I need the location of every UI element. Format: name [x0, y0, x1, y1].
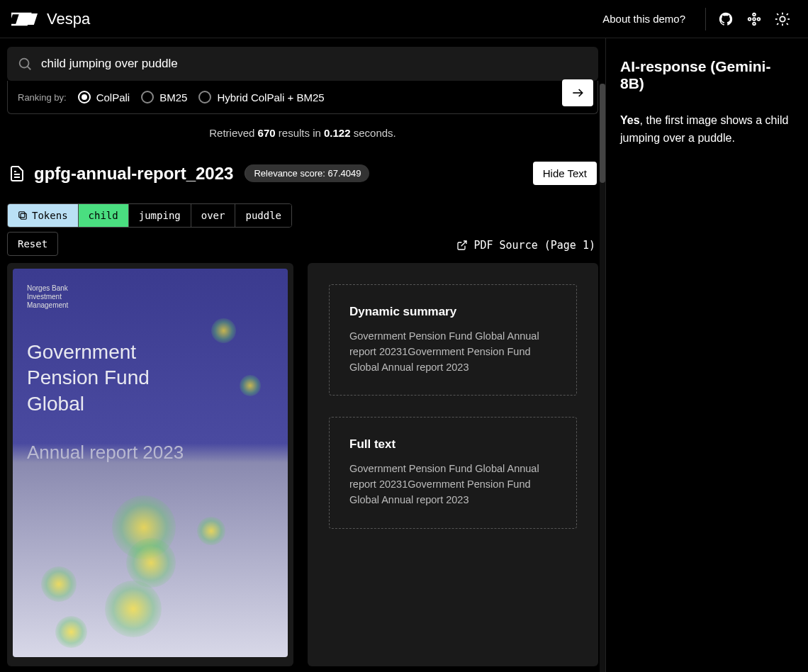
- document-icon: [9, 165, 26, 182]
- github-icon[interactable]: [712, 5, 740, 33]
- heatmap-title: Government Pension Fund Global: [27, 340, 150, 417]
- summary-body: Government Pension Fund Global Annual re…: [349, 329, 556, 375]
- arrow-right-icon: [571, 86, 585, 100]
- dynamic-summary-box: Dynamic summary Government Pension Fund …: [329, 284, 577, 396]
- topbar: Vespa About this demo?: [0, 0, 808, 38]
- heatmap-subtitle: Annual report 2023: [27, 442, 184, 464]
- svg-rect-3: [753, 13, 756, 16]
- radio-icon: [78, 91, 91, 103]
- svg-rect-1: [16, 13, 38, 25]
- svg-rect-6: [753, 18, 756, 21]
- image-card: Norges Bank Investment Management Govern…: [7, 263, 293, 666]
- svg-line-17: [28, 67, 31, 70]
- token-puddle[interactable]: puddle: [235, 204, 291, 227]
- fulltext-body: Government Pension Fund Global Annual re…: [349, 461, 556, 508]
- divider: [705, 8, 706, 30]
- svg-line-13: [787, 23, 788, 24]
- svg-line-14: [787, 13, 788, 15]
- svg-line-12: [777, 13, 778, 15]
- scrollbar[interactable]: [600, 84, 605, 672]
- heatmap-logo: Norges Bank Investment Management: [27, 284, 68, 310]
- search-box: [7, 47, 598, 81]
- radio-bm25[interactable]: BM25: [141, 91, 187, 103]
- theme-toggle-icon[interactable]: [768, 5, 797, 33]
- doc-title: gpfg-annual-report_2023: [34, 164, 233, 184]
- radio-hybrid[interactable]: Hybrid ColPali + BM25: [198, 91, 324, 103]
- search-input[interactable]: [41, 57, 588, 71]
- tokens-label-button[interactable]: Tokens: [8, 204, 79, 227]
- relevance-score: Relevance score: 67.4049: [245, 164, 369, 182]
- radio-colpali[interactable]: ColPali: [78, 91, 130, 103]
- fulltext-box: Full text Government Pension Fund Global…: [329, 417, 577, 528]
- results-info: Retrieved 670 results in 0.122 seconds.: [0, 114, 605, 152]
- fulltext-title: Full text: [349, 437, 556, 452]
- ranking-label: Ranking by:: [18, 92, 67, 103]
- ai-response-panel: AI-response (Gemini-8B) Yes, the first i…: [605, 38, 808, 672]
- about-link[interactable]: About this demo?: [588, 13, 700, 25]
- ai-title: AI-response (Gemini-8B): [620, 58, 794, 92]
- search-area: Ranking by: ColPali BM25 Hybrid ColPali …: [0, 38, 605, 114]
- scrollbar-thumb[interactable]: [600, 84, 605, 183]
- token-child[interactable]: child: [79, 204, 129, 227]
- search-icon: [17, 56, 33, 72]
- token-jumping[interactable]: jumping: [129, 204, 191, 227]
- ai-body: Yes, the first image shows a child jumpi…: [620, 112, 794, 147]
- radio-icon: [198, 91, 211, 103]
- radio-icon: [141, 91, 154, 103]
- heatmap-image[interactable]: Norges Bank Investment Management Govern…: [13, 269, 288, 657]
- vespa-logo-icon: [11, 11, 40, 27]
- layers-icon: [18, 211, 28, 220]
- summary-title: Dynamic summary: [349, 305, 556, 319]
- pdf-source-link[interactable]: PDF Source (Page 1): [456, 239, 595, 252]
- external-link-icon: [456, 240, 468, 251]
- content-grid: Norges Bank Investment Management Govern…: [0, 257, 605, 672]
- svg-point-16: [20, 59, 29, 68]
- hide-text-button[interactable]: Hide Text: [533, 162, 597, 185]
- text-card: Dynamic summary Government Pension Fund …: [308, 263, 598, 666]
- slack-icon[interactable]: [740, 5, 768, 33]
- ranking-row: Ranking by: ColPali BM25 Hybrid ColPali …: [7, 81, 598, 114]
- token-area: Tokens child jumping over puddle: [0, 195, 605, 228]
- token-over[interactable]: over: [191, 204, 236, 227]
- brand-logo[interactable]: Vespa: [11, 10, 90, 28]
- svg-line-15: [777, 23, 778, 24]
- svg-rect-22: [19, 212, 25, 218]
- svg-line-24: [461, 241, 466, 246]
- svg-rect-23: [21, 213, 26, 219]
- svg-rect-4: [758, 18, 761, 21]
- svg-rect-5: [753, 22, 756, 25]
- doc-header: gpfg-annual-report_2023 Relevance score:…: [0, 152, 605, 195]
- svg-rect-2: [748, 18, 751, 21]
- submit-button[interactable]: [562, 79, 593, 106]
- svg-point-7: [780, 16, 785, 21]
- brand-name: Vespa: [47, 10, 90, 28]
